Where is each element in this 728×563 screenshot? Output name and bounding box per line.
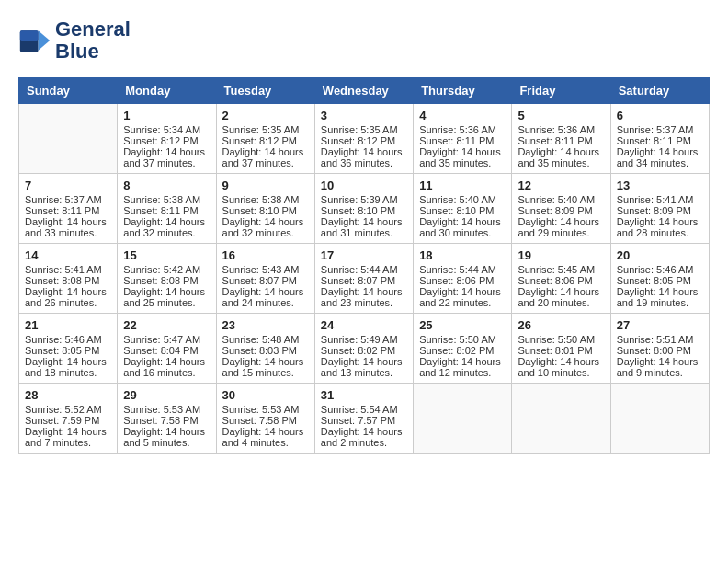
day-number: 11 [419,178,506,192]
calendar-cell: 24Sunrise: 5:49 AMSunset: 8:02 PMDayligh… [314,314,413,384]
calendar-week-2: 7Sunrise: 5:37 AMSunset: 8:11 PMDaylight… [19,174,710,244]
day-info: Sunrise: 5:53 AM [123,404,210,415]
day-info: Sunset: 8:00 PM [617,345,703,356]
calendar-cell: 22Sunrise: 5:47 AMSunset: 8:04 PMDayligh… [118,314,216,384]
day-info: Daylight: 14 hours [123,216,210,227]
day-info: Daylight: 14 hours [123,286,210,297]
calendar-cell: 18Sunrise: 5:44 AMSunset: 8:06 PMDayligh… [414,244,512,314]
day-info: and 7 minutes. [25,437,111,448]
day-info: Sunrise: 5:44 AM [321,264,407,275]
day-info: Sunrise: 5:51 AM [617,334,703,345]
day-info: and 12 minutes. [419,367,506,378]
weekday-header-tuesday: Tuesday [216,78,314,104]
day-info: Sunset: 8:11 PM [419,135,506,146]
day-info: Sunrise: 5:46 AM [617,264,703,275]
day-info: and 31 minutes. [321,227,407,238]
day-number: 6 [617,109,703,122]
calendar-cell: 28Sunrise: 5:52 AMSunset: 7:59 PMDayligh… [19,384,118,454]
day-number: 22 [123,318,210,332]
logo-icon [18,24,51,57]
calendar-cell: 21Sunrise: 5:46 AMSunset: 8:05 PMDayligh… [19,314,118,384]
svg-rect-2 [20,30,39,41]
day-number: 27 [617,318,703,332]
day-info: Sunrise: 5:53 AM [222,404,309,415]
day-info: Sunrise: 5:46 AM [25,334,111,345]
calendar-week-4: 21Sunrise: 5:46 AMSunset: 8:05 PMDayligh… [19,314,710,384]
calendar-cell: 7Sunrise: 5:37 AMSunset: 8:11 PMDaylight… [19,174,118,244]
calendar-week-5: 28Sunrise: 5:52 AMSunset: 7:59 PMDayligh… [19,384,710,454]
day-info: and 19 minutes. [617,297,703,308]
day-info: Sunset: 7:59 PM [25,415,111,426]
calendar-cell: 16Sunrise: 5:43 AMSunset: 8:07 PMDayligh… [216,244,314,314]
day-number: 4 [419,109,506,122]
day-info: Sunrise: 5:50 AM [518,334,604,345]
day-info: Sunset: 8:12 PM [222,135,309,146]
day-info: Sunrise: 5:41 AM [25,264,111,275]
day-info: and 33 minutes. [25,227,111,238]
day-info: Sunrise: 5:37 AM [25,194,111,205]
day-info: Daylight: 14 hours [419,216,506,227]
day-info: Sunset: 8:10 PM [419,205,506,216]
day-info: Daylight: 14 hours [25,356,111,367]
day-info: Daylight: 14 hours [518,146,604,157]
day-info: Daylight: 14 hours [617,286,703,297]
calendar-cell: 4Sunrise: 5:36 AMSunset: 8:11 PMDaylight… [414,104,512,174]
day-info: Sunset: 8:07 PM [222,275,309,286]
weekday-header-saturday: Saturday [610,78,709,104]
day-info: and 34 minutes. [617,157,703,168]
day-info: and 22 minutes. [419,297,506,308]
calendar-cell: 3Sunrise: 5:35 AMSunset: 8:12 PMDaylight… [314,104,413,174]
day-info: Sunset: 8:01 PM [518,345,604,356]
day-info: Daylight: 14 hours [518,286,604,297]
day-number: 26 [518,318,604,332]
day-info: Daylight: 14 hours [25,216,111,227]
day-info: and 35 minutes. [518,157,604,168]
day-info: and 26 minutes. [25,297,111,308]
day-number: 10 [321,178,407,192]
weekday-header-wednesday: Wednesday [314,78,413,104]
calendar-cell [512,384,610,454]
day-info: Sunrise: 5:44 AM [419,264,506,275]
day-info: Sunrise: 5:47 AM [123,334,210,345]
day-info: Sunset: 8:12 PM [321,135,407,146]
day-info: Daylight: 14 hours [617,356,703,367]
day-info: Daylight: 14 hours [518,216,604,227]
day-number: 19 [518,248,604,262]
day-info: and 32 minutes. [123,227,210,238]
day-info: Sunset: 8:10 PM [222,205,309,216]
day-info: and 13 minutes. [321,367,407,378]
weekday-header-thursday: Thursday [414,78,512,104]
day-number: 13 [617,178,703,192]
day-number: 8 [123,178,210,192]
day-info: and 20 minutes. [518,297,604,308]
day-info: Sunset: 8:02 PM [419,345,506,356]
day-info: Sunset: 8:11 PM [617,135,703,146]
day-info: Sunrise: 5:38 AM [123,194,210,205]
day-info: Sunset: 8:09 PM [518,205,604,216]
calendar-header-row: SundayMondayTuesdayWednesdayThursdayFrid… [19,78,710,104]
day-info: Daylight: 14 hours [321,356,407,367]
day-info: Sunrise: 5:49 AM [321,334,407,345]
day-info: and 30 minutes. [419,227,506,238]
day-info: Daylight: 14 hours [419,356,506,367]
calendar-cell [610,384,709,454]
day-info: Sunset: 8:07 PM [321,275,407,286]
day-number: 24 [321,318,407,332]
day-info: Daylight: 14 hours [321,146,407,157]
day-info: Sunrise: 5:36 AM [419,124,506,135]
day-number: 1 [123,109,210,122]
calendar-cell: 11Sunrise: 5:40 AMSunset: 8:10 PMDayligh… [414,174,512,244]
weekday-header-friday: Friday [512,78,610,104]
calendar-cell: 10Sunrise: 5:39 AMSunset: 8:10 PMDayligh… [314,174,413,244]
day-number: 3 [321,109,407,122]
day-info: Sunset: 8:08 PM [25,275,111,286]
day-number: 20 [617,248,703,262]
calendar-cell: 14Sunrise: 5:41 AMSunset: 8:08 PMDayligh… [19,244,118,314]
day-info: Daylight: 14 hours [419,146,506,157]
day-info: Daylight: 14 hours [222,356,309,367]
day-info: Sunrise: 5:50 AM [419,334,506,345]
day-number: 17 [321,248,407,262]
day-number: 16 [222,248,309,262]
day-number: 7 [25,178,111,192]
calendar-week-1: 1Sunrise: 5:34 AMSunset: 8:12 PMDaylight… [19,104,710,174]
